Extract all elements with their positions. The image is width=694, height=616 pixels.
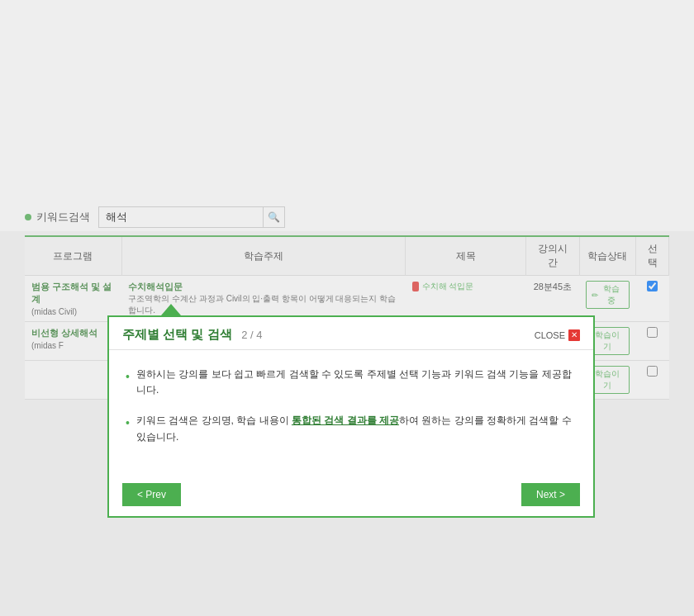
- point-before-2: 키워드 검색은 강의명, 학습 내용이: [136, 415, 292, 426]
- next-label: Next >: [536, 489, 565, 500]
- modal-title: 주제별 선택 및 검색: [122, 327, 232, 341]
- bullet-point-1: •: [126, 367, 130, 386]
- modal-overlay: [0, 0, 694, 616]
- modal-point-2: • 키워드 검색은 강의명, 학습 내용이 통합된 검색 결과를 제공하여 원하…: [126, 413, 577, 444]
- modal-title-area: 주제별 선택 및 검색 2 / 4: [122, 327, 262, 343]
- modal-footer: < Prev Next >: [109, 476, 593, 516]
- modal-counter: 2 / 4: [241, 329, 262, 341]
- modal-body: • 원하시는 강의를 보다 쉽고 빠르게 검색할 수 있도록 주제별 선택 기능…: [109, 353, 593, 476]
- close-label: CLOSE: [535, 330, 565, 340]
- modal-point-1: • 원하시는 강의를 보다 쉽고 빠르게 검색할 수 있도록 주제별 선택 기능…: [126, 367, 577, 398]
- close-button[interactable]: CLOSE ✕: [535, 329, 580, 341]
- point-text-2: 키워드 검색은 강의명, 학습 내용이 통합된 검색 결과를 제공하여 원하는 …: [136, 413, 577, 444]
- bullet-point-2: •: [126, 414, 130, 432]
- modal-divider: [109, 349, 593, 350]
- tooltip-arrow: [161, 304, 181, 315]
- modal-header: 주제별 선택 및 검색 2 / 4 CLOSE ✕: [109, 317, 593, 349]
- point-highlight-2: 통합된 검색 결과를 제공: [292, 415, 399, 426]
- close-x-icon: ✕: [568, 329, 580, 341]
- prev-label: < Prev: [137, 489, 166, 500]
- next-button[interactable]: Next >: [521, 483, 580, 506]
- prev-button[interactable]: < Prev: [122, 483, 181, 506]
- modal-dialog: 주제별 선택 및 검색 2 / 4 CLOSE ✕ • 원하시는 강의를 보다 …: [107, 315, 595, 518]
- page-wrapper: 키워드검색 🔍 프로그램 학습주제 제목 강의시간 학습상태 선택: [0, 0, 694, 616]
- point-text-1: 원하시는 강의를 보다 쉽고 빠르게 검색할 수 있도록 주제별 선택 기능과 …: [136, 367, 577, 398]
